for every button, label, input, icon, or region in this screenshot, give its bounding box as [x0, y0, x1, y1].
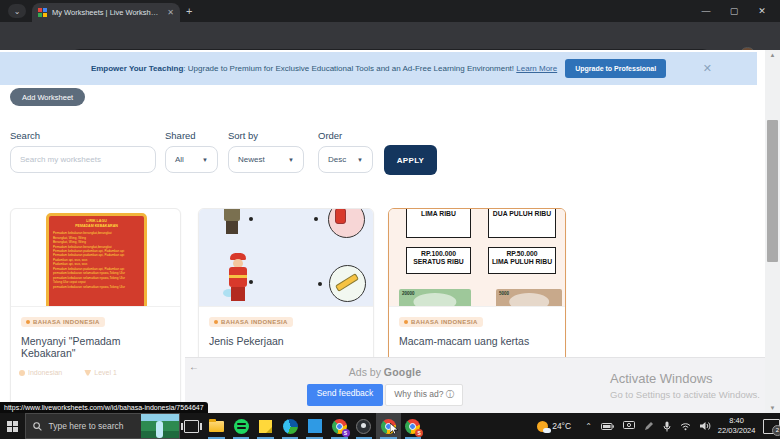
new-tab-button[interactable]: +: [186, 6, 192, 17]
tab-title: My Worksheets | Live Worksheets: [52, 8, 162, 17]
edge-icon: [283, 419, 298, 434]
banner-close-icon[interactable]: ✕: [703, 62, 712, 75]
learn-more-link[interactable]: Learn More: [516, 64, 557, 73]
weather-icon: [537, 421, 548, 432]
sort-select[interactable]: Newest ▼: [228, 146, 304, 173]
upgrade-button[interactable]: Upgrade to Professional: [565, 59, 666, 78]
order-value: Desc: [328, 155, 346, 164]
start-button[interactable]: [0, 413, 25, 439]
banner-text: : Upgrade to Premium for Exclusive Educa…: [183, 64, 514, 73]
lyrics-heading: PEMADAM KEBAKARAN: [53, 224, 140, 229]
subject-badge: BAHASA INDONESIA: [209, 317, 293, 327]
task-view-button[interactable]: [180, 413, 205, 439]
chrome-profile2-button[interactable]: S: [401, 413, 426, 439]
why-this-ad-button[interactable]: Why this ad? ⓘ: [385, 384, 463, 406]
battery-icon[interactable]: [601, 422, 614, 431]
clock-time: 8:40: [718, 416, 756, 426]
news-widget-thumbnail[interactable]: [141, 414, 179, 438]
badge-dot-icon: [404, 320, 408, 324]
tab-close-icon[interactable]: ✕: [167, 8, 174, 17]
windows-logo-icon: [7, 421, 18, 432]
worksheet-card[interactable]: LIRIK LAGU PEMADAM KEBAKARAN Pemadam keb…: [10, 208, 181, 408]
lyrics-poster: LIRIK LAGU PEMADAM KEBAKARAN Pemadam keb…: [46, 213, 147, 307]
scroll-down-icon[interactable]: ▼: [765, 405, 780, 411]
hovered-link-url: https://www.liveworksheets.com/w/id/baha…: [4, 404, 204, 411]
send-feedback-button[interactable]: Send feedback: [307, 384, 384, 406]
edge-button[interactable]: [278, 413, 303, 439]
worksheet-thumbnail[interactable]: [199, 209, 373, 307]
order-select[interactable]: Desc ▼: [318, 146, 373, 173]
obs-button[interactable]: [352, 413, 377, 439]
premium-banner: Empower Your Teaching: Upgrade to Premiu…: [0, 52, 757, 85]
fire-extinguisher-icon: [335, 209, 346, 224]
action-center-button[interactable]: 2: [763, 419, 780, 434]
worksheet-thumbnail[interactable]: RP.5.000LIMA RIBU RP.20.000DUA PULUH RIB…: [389, 209, 565, 307]
search-label: Search: [10, 130, 40, 141]
minimize-button[interactable]: —: [692, 6, 720, 16]
taskbar-search[interactable]: Type here to search: [25, 413, 179, 439]
banner-bold-text: Empower Your Teaching: [91, 64, 183, 73]
ad-collapse-icon[interactable]: ←: [189, 361, 199, 372]
extinguisher-circle: [328, 209, 365, 238]
obs-icon: [356, 419, 371, 434]
scroll-up-icon[interactable]: ▲: [765, 52, 780, 58]
subject-badge: BAHASA INDONESIA: [399, 317, 483, 327]
activate-windows-watermark: Activate Windows Go to Settings to activ…: [610, 371, 760, 400]
worksheet-title[interactable]: Macam-macam uang kertas: [399, 335, 555, 347]
scrollbar-thumb[interactable]: [767, 120, 778, 262]
banknote-image: 5000: [496, 289, 562, 307]
level-badge: Level 1: [84, 369, 117, 376]
card-footer: Indonesian Level 1: [19, 369, 117, 376]
chrome-active-button[interactable]: [376, 413, 401, 439]
window-controls: — ▢ ✕: [692, 0, 776, 22]
banknote-image: 20000: [399, 289, 471, 307]
search-input[interactable]: Search my worksheets: [10, 146, 156, 173]
tab-search-icon[interactable]: ⌄: [8, 4, 26, 18]
taskbar-weather[interactable]: 24°C: [537, 421, 571, 432]
spotify-button[interactable]: [229, 413, 254, 439]
microphone-icon[interactable]: [663, 421, 671, 432]
taskbar-clock[interactable]: 8:40 22/03/2024: [718, 416, 756, 436]
worksheet-title[interactable]: Menyanyi "Pemadam Kebakaran": [21, 335, 170, 359]
display-icon[interactable]: [623, 421, 635, 431]
vscode-button[interactable]: [302, 413, 327, 439]
worksheet-thumbnail[interactable]: LIRIK LAGU PEMADAM KEBAKARAN Pemadam keb…: [11, 209, 180, 307]
search-icon: [33, 422, 42, 431]
task-view-icon: [184, 420, 199, 433]
match-dot: [318, 282, 322, 286]
chevron-down-icon: ▼: [202, 157, 208, 163]
page-scrollbar[interactable]: ▲ ▼: [765, 50, 780, 413]
browser-tab[interactable]: My Worksheets | Live Worksheets ✕: [32, 3, 180, 22]
shared-select[interactable]: All ▼: [165, 146, 218, 173]
info-icon: ⓘ: [446, 389, 455, 399]
sort-value: Newest: [238, 155, 265, 164]
money-label-box: RP.20.000DUA PULUH RIBU: [488, 209, 556, 238]
speaker-icon[interactable]: [700, 421, 712, 431]
syringe-icon: [335, 273, 359, 292]
apply-button[interactable]: APPLY: [384, 145, 437, 175]
mouse-cursor: [390, 423, 399, 435]
trophy-icon: [84, 370, 91, 376]
search-placeholder-text: Type here to search: [48, 421, 123, 431]
profile-badge: S: [342, 429, 350, 437]
money-label-box: RP.100.000SERATUS RIBU: [406, 247, 471, 274]
close-button[interactable]: ✕: [748, 6, 776, 16]
file-explorer-button[interactable]: [204, 413, 229, 439]
network-icon[interactable]: [680, 422, 691, 431]
chrome-profile1-button[interactable]: S: [327, 413, 352, 439]
hidden-icons-chevron[interactable]: ⌃: [585, 422, 592, 431]
liveworksheets-favicon: [38, 8, 47, 17]
match-dot: [249, 280, 253, 284]
maximize-button[interactable]: ▢: [720, 6, 748, 16]
add-worksheet-button[interactable]: Add Worksheet: [10, 88, 85, 106]
flag-icon: [19, 370, 25, 376]
badge-dot-icon: [26, 320, 30, 324]
firefighter-figure: [223, 253, 253, 305]
sticky-notes-button[interactable]: [253, 413, 278, 439]
worksheet-title[interactable]: Jenis Pekerjaan: [209, 335, 363, 347]
google-logo: Google: [384, 366, 421, 378]
pen-icon[interactable]: [644, 421, 654, 431]
subject-badge: BAHASA INDONESIA: [21, 317, 105, 327]
chevron-down-icon: ⌄: [14, 7, 21, 16]
match-dot: [314, 217, 318, 221]
